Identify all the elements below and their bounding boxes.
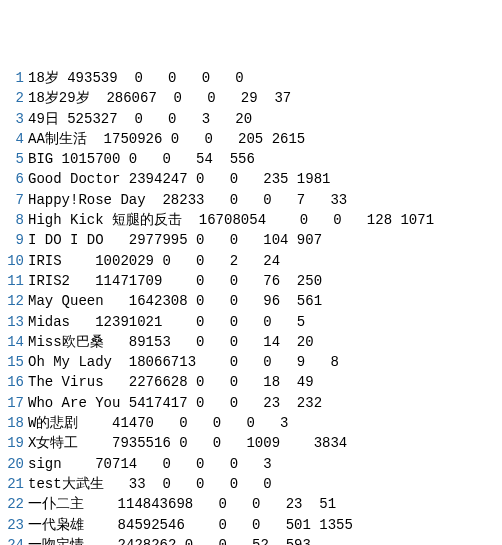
editor-line[interactable]: 6Good Doctor 2394247 0 0 235 1981 (4, 169, 498, 189)
line-text: I DO I DO 2977995 0 0 104 907 (24, 230, 322, 250)
editor-line[interactable]: 17Who Are You 5417417 0 0 23 232 (4, 393, 498, 413)
line-number: 19 (4, 433, 24, 453)
editor-line[interactable]: 349日 525327 0 0 3 20 (4, 109, 498, 129)
line-number: 22 (4, 494, 24, 514)
line-text: Good Doctor 2394247 0 0 235 1981 (24, 169, 330, 189)
editor-line[interactable]: 14Miss欧巴桑 89153 0 0 14 20 (4, 332, 498, 352)
line-text: W的悲剧 41470 0 0 0 3 (24, 413, 288, 433)
line-text: 18岁29岁 286067 0 0 29 37 (24, 88, 291, 108)
line-text: 一仆二主 114843698 0 0 23 51 (24, 494, 336, 514)
editor-line[interactable]: 13Midas 12391021 0 0 0 5 (4, 312, 498, 332)
editor-line[interactable]: 15Oh My Lady 18066713 0 0 9 8 (4, 352, 498, 372)
line-text: May Queen 1642308 0 0 96 561 (24, 291, 322, 311)
editor-line[interactable]: 19X女特工 7935516 0 0 1009 3834 (4, 433, 498, 453)
editor-line[interactable]: 16The Virus 2276628 0 0 18 49 (4, 372, 498, 392)
line-text: X女特工 7935516 0 0 1009 3834 (24, 433, 347, 453)
line-number: 18 (4, 413, 24, 433)
editor-line[interactable]: 20sign 70714 0 0 0 3 (4, 454, 498, 474)
editor-line[interactable]: 118岁 493539 0 0 0 0 (4, 68, 498, 88)
line-number: 7 (4, 190, 24, 210)
line-text: 一吻定情 2428262 0 0 52 593 (24, 535, 311, 545)
editor-line[interactable]: 22一仆二主 114843698 0 0 23 51 (4, 494, 498, 514)
line-text: Happy!Rose Day 28233 0 0 7 33 (24, 190, 347, 210)
editor-line[interactable]: 8High Kick 短腿的反击 16708054 0 0 128 1071 (4, 210, 498, 230)
line-text: 一代枭雄 84592546 0 0 501 1355 (24, 515, 353, 535)
line-number: 13 (4, 312, 24, 332)
line-number: 15 (4, 352, 24, 372)
line-number: 10 (4, 251, 24, 271)
line-text: BIG 1015700 0 0 54 556 (24, 149, 255, 169)
editor-line[interactable]: 21test大武生 33 0 0 0 0 (4, 474, 498, 494)
line-text: sign 70714 0 0 0 3 (24, 454, 272, 474)
line-number: 3 (4, 109, 24, 129)
line-number: 16 (4, 372, 24, 392)
editor-line[interactable]: 18W的悲剧 41470 0 0 0 3 (4, 413, 498, 433)
editor-line[interactable]: 218岁29岁 286067 0 0 29 37 (4, 88, 498, 108)
editor-line[interactable]: 24一吻定情 2428262 0 0 52 593 (4, 535, 498, 545)
line-text: Midas 12391021 0 0 0 5 (24, 312, 305, 332)
line-text: Oh My Lady 18066713 0 0 9 8 (24, 352, 339, 372)
line-number: 6 (4, 169, 24, 189)
line-text: AA制生活 1750926 0 0 205 2615 (24, 129, 305, 149)
line-text: IRIS2 11471709 0 0 76 250 (24, 271, 322, 291)
line-number: 8 (4, 210, 24, 230)
line-number: 5 (4, 149, 24, 169)
line-number: 9 (4, 230, 24, 250)
editor-line[interactable]: 4AA制生活 1750926 0 0 205 2615 (4, 129, 498, 149)
line-text: Miss欧巴桑 89153 0 0 14 20 (24, 332, 314, 352)
line-number: 21 (4, 474, 24, 494)
line-number: 14 (4, 332, 24, 352)
line-number: 24 (4, 535, 24, 545)
line-number: 4 (4, 129, 24, 149)
line-number: 11 (4, 271, 24, 291)
editor-line[interactable]: 9I DO I DO 2977995 0 0 104 907 (4, 230, 498, 250)
line-number: 23 (4, 515, 24, 535)
editor-line[interactable]: 10IRIS 1002029 0 0 2 24 (4, 251, 498, 271)
line-number: 17 (4, 393, 24, 413)
line-text: 18岁 493539 0 0 0 0 (24, 68, 244, 88)
line-text: IRIS 1002029 0 0 2 24 (24, 251, 280, 271)
editor-line[interactable]: 12May Queen 1642308 0 0 96 561 (4, 291, 498, 311)
editor-line[interactable]: 23一代枭雄 84592546 0 0 501 1355 (4, 515, 498, 535)
editor-line[interactable]: 5BIG 1015700 0 0 54 556 (4, 149, 498, 169)
line-number: 2 (4, 88, 24, 108)
line-text: High Kick 短腿的反击 16708054 0 0 128 1071 (24, 210, 434, 230)
line-number: 20 (4, 454, 24, 474)
editor-line[interactable]: 11IRIS2 11471709 0 0 76 250 (4, 271, 498, 291)
line-text: 49日 525327 0 0 3 20 (24, 109, 252, 129)
line-text: The Virus 2276628 0 0 18 49 (24, 372, 314, 392)
editor-line[interactable]: 7Happy!Rose Day 28233 0 0 7 33 (4, 190, 498, 210)
line-number: 12 (4, 291, 24, 311)
line-number: 1 (4, 68, 24, 88)
line-text: test大武生 33 0 0 0 0 (24, 474, 272, 494)
code-editor[interactable]: 118岁 493539 0 0 0 0218岁29岁 286067 0 0 29… (4, 68, 498, 545)
line-text: Who Are You 5417417 0 0 23 232 (24, 393, 322, 413)
